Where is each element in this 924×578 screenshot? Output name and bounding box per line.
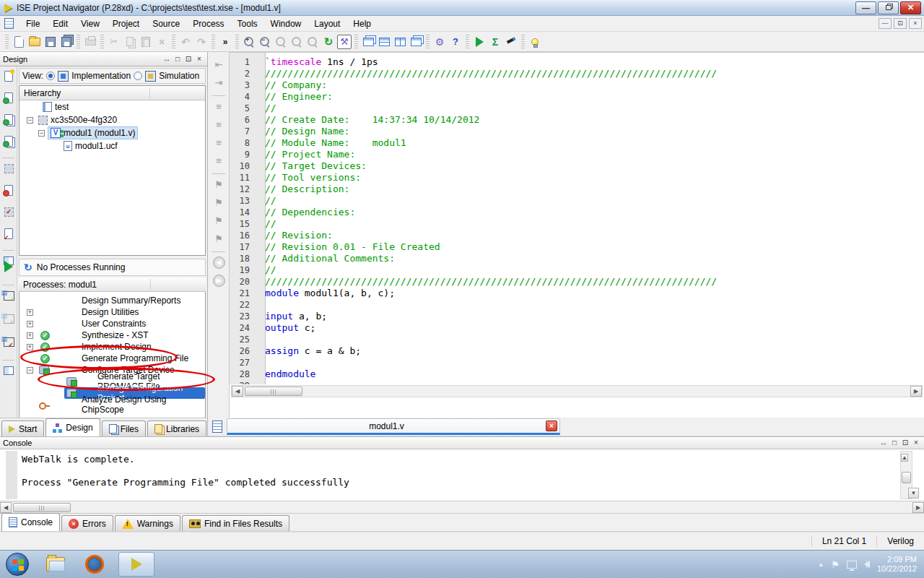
code-line[interactable]: 29 bbox=[230, 380, 924, 384]
code-line[interactable]: 7// Design Name: bbox=[230, 126, 924, 137]
tab-libraries[interactable]: Libraries bbox=[147, 420, 206, 436]
copy-icon[interactable] bbox=[123, 35, 137, 49]
tab-errors[interactable]: Errors bbox=[61, 515, 113, 531]
zoom-box-icon[interactable] bbox=[289, 35, 304, 49]
code-line[interactable]: 15// bbox=[230, 218, 924, 230]
console-output[interactable]: WebTalk is complete. Process "Generate P… bbox=[0, 449, 924, 501]
line-numbers-c-icon[interactable]: ≡ bbox=[212, 136, 225, 149]
hierarchy-item-4[interactable]: umodul1.ucf bbox=[19, 139, 205, 152]
panel-maximize-icon[interactable]: □ bbox=[173, 54, 183, 64]
scroll-left-icon[interactable]: ◀ bbox=[0, 502, 12, 513]
code-line[interactable]: 26assign c = a & b; bbox=[230, 345, 924, 357]
minimize-button[interactable]: — bbox=[855, 1, 876, 14]
code-line[interactable]: 5// bbox=[230, 103, 924, 114]
code-line[interactable]: 17// Revision 0.01 - File Created bbox=[230, 241, 924, 253]
redo-icon[interactable]: ↷ bbox=[194, 35, 209, 49]
scroll-down-icon[interactable]: ▼ bbox=[908, 488, 919, 499]
zoom-prev-icon[interactable] bbox=[305, 35, 320, 49]
menu-layout[interactable]: Layout bbox=[308, 17, 346, 31]
code-line[interactable]: 3// Company: bbox=[230, 79, 924, 91]
code-line[interactable]: 19// bbox=[230, 264, 924, 276]
mdi-restore-button[interactable]: ⊡ bbox=[894, 18, 907, 29]
tab-design[interactable]: Design bbox=[45, 418, 100, 436]
menu-source[interactable]: Source bbox=[146, 17, 186, 31]
paste-icon[interactable] bbox=[139, 35, 153, 49]
code-line[interactable]: 20//////////////////////////////////////… bbox=[230, 276, 924, 288]
code-line[interactable]: 23input a, b; bbox=[230, 311, 924, 322]
add-copy-of-source-icon[interactable] bbox=[2, 134, 15, 147]
tree-expander-icon[interactable]: + bbox=[27, 321, 33, 327]
new-window-icon[interactable] bbox=[2, 69, 15, 82]
code-line[interactable]: 16// Revision: bbox=[230, 230, 924, 241]
console-close-icon[interactable]: × bbox=[911, 438, 921, 448]
bookmark-prev-icon[interactable]: ⚑ bbox=[212, 214, 225, 227]
tree-expander-icon[interactable]: + bbox=[27, 344, 33, 350]
file-check-icon[interactable] bbox=[2, 227, 15, 240]
restore-button[interactable] bbox=[878, 1, 899, 14]
tree-expander-icon[interactable]: + bbox=[27, 332, 33, 339]
code-line[interactable]: 28endmodule bbox=[230, 368, 924, 380]
menu-edit[interactable]: Edit bbox=[46, 17, 74, 31]
tab-console[interactable]: Console bbox=[1, 513, 60, 531]
code-line[interactable]: 6// Create Date: 14:37:34 10/14/2012 bbox=[230, 114, 924, 126]
analyze-telescope-icon[interactable] bbox=[504, 35, 518, 49]
process-item-6[interactable]: Generate Programming File bbox=[19, 353, 205, 364]
arrange-windows-icon[interactable] bbox=[409, 35, 423, 49]
zoom-full-icon[interactable] bbox=[274, 35, 288, 49]
code-line[interactable]: 4// Engineer: bbox=[230, 91, 924, 103]
menu-tools[interactable]: Tools bbox=[231, 17, 264, 31]
bookmark-toggle-icon[interactable]: ⚑ bbox=[212, 178, 225, 191]
hierarchy-header[interactable]: Hierarchy bbox=[19, 86, 205, 100]
code-line[interactable]: 25 bbox=[230, 334, 924, 345]
refresh-icon[interactable]: ↻ bbox=[321, 35, 336, 49]
console-horizontal-scrollbar[interactable]: ◀ ▶ bbox=[0, 501, 924, 514]
action-center-flag-icon[interactable]: ⚑ bbox=[831, 559, 840, 570]
open-file-icon[interactable] bbox=[27, 35, 42, 49]
code-line[interactable]: 11// Tool versions: bbox=[230, 172, 924, 184]
indent-right-icon[interactable]: ⇥ bbox=[212, 76, 225, 89]
menu-process[interactable]: Process bbox=[186, 17, 230, 31]
tree-expander-icon[interactable]: − bbox=[27, 117, 33, 124]
device-check-icon[interactable] bbox=[2, 205, 15, 218]
network-icon[interactable] bbox=[847, 561, 857, 569]
process-item-5[interactable]: +Implement Design bbox=[19, 341, 205, 353]
code-line[interactable]: 21module modul1(a, b, c); bbox=[230, 288, 924, 299]
process-item-1[interactable]: Design Summary/Reports bbox=[19, 295, 205, 306]
panel-float-icon[interactable]: ↔ bbox=[162, 54, 172, 64]
bookmark-next-icon[interactable]: ⚑ bbox=[212, 196, 225, 209]
tray-expand-icon[interactable]: ▲ bbox=[818, 561, 824, 568]
code-line[interactable]: 27 bbox=[230, 357, 924, 368]
scrollbar-thumb[interactable] bbox=[245, 387, 302, 396]
code-line[interactable]: 1`timescale 1ns / 1ps bbox=[230, 56, 924, 68]
view-columns-icon[interactable] bbox=[2, 364, 15, 377]
menu-file[interactable]: File bbox=[19, 17, 46, 31]
editor-hammer-icon[interactable]: ⚒ bbox=[337, 35, 352, 49]
scrollbar-thumb[interactable] bbox=[902, 472, 911, 483]
design-summary-sigma-icon[interactable]: Σ bbox=[488, 35, 502, 49]
hierarchy-item-1[interactable]: test bbox=[19, 100, 205, 113]
print-icon[interactable] bbox=[83, 35, 97, 49]
taskbar-firefox-button[interactable] bbox=[82, 553, 107, 576]
indent-left-icon[interactable]: ⇤ bbox=[212, 58, 225, 71]
process-item-10[interactable]: Analyze Design Using ChipScope bbox=[19, 399, 205, 410]
mdi-minimize-button[interactable]: — bbox=[879, 18, 892, 29]
code-area[interactable]: 1`timescale 1ns / 1ps2//////////////////… bbox=[230, 53, 924, 384]
tab-find-in-files-results[interactable]: Find in Files Results bbox=[182, 515, 289, 531]
code-line[interactable]: 18// Additional Comments: bbox=[230, 253, 924, 264]
rerun-process-icon[interactable] bbox=[2, 289, 15, 302]
tile-vertical-icon[interactable] bbox=[393, 35, 407, 49]
delete-icon[interactable]: × bbox=[154, 35, 169, 49]
save-icon[interactable] bbox=[43, 35, 58, 49]
lightbulb-icon[interactable] bbox=[528, 35, 542, 49]
bookmark-clear-icon[interactable]: ⚑ bbox=[212, 232, 225, 245]
tree-expander-icon[interactable]: − bbox=[38, 130, 45, 137]
line-numbers-a-icon[interactable]: ≡ bbox=[212, 100, 225, 113]
line-numbers-d-icon[interactable]: ≡ bbox=[212, 154, 225, 167]
cascade-windows-icon[interactable] bbox=[361, 35, 375, 49]
overflow-chevron-icon[interactable]: » bbox=[218, 35, 232, 49]
chip-disabled-icon[interactable] bbox=[2, 162, 15, 175]
undo-icon[interactable]: ↶ bbox=[178, 35, 193, 49]
line-numbers-b-icon[interactable]: ≡ bbox=[212, 118, 225, 131]
tab-start[interactable]: Start bbox=[1, 420, 44, 436]
code-line[interactable]: 2///////////////////////////////////////… bbox=[230, 68, 924, 79]
